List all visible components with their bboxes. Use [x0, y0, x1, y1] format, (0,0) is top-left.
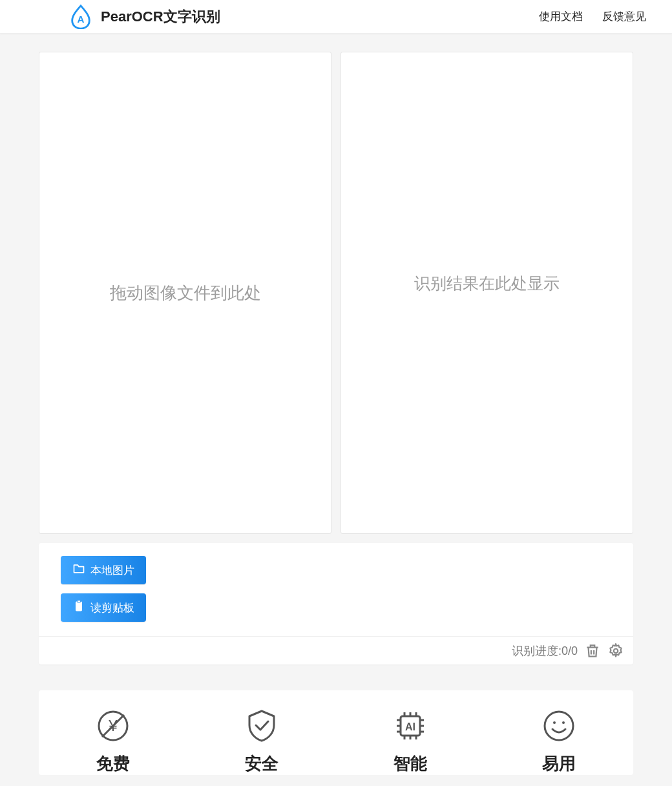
local-image-button[interactable]: 本地图片: [61, 556, 146, 584]
feature-free: ¥ 免费: [39, 708, 187, 775]
logo-icon: A: [70, 5, 92, 29]
logo-wrap: A PearOCR文字识别: [70, 5, 220, 29]
feature-smart: AI 智能: [336, 708, 485, 775]
read-clipboard-button[interactable]: 读剪贴板: [61, 593, 146, 622]
actions-top: 本地图片 读剪贴板: [39, 543, 633, 636]
ai-icon: AI: [393, 708, 428, 743]
actions-bottom: 识别进度:0/0: [39, 636, 633, 664]
svg-text:A: A: [78, 13, 85, 24]
gear-icon[interactable]: [607, 643, 624, 659]
drop-placeholder: 拖动图像文件到此处: [110, 282, 261, 304]
result-placeholder: 识别结果在此处显示: [414, 273, 560, 294]
folder-icon: [72, 562, 85, 579]
svg-text:AI: AI: [405, 721, 415, 732]
svg-rect-2: [78, 600, 81, 602]
nav-feedback[interactable]: 反馈意见: [602, 9, 646, 24]
feature-safe-title: 安全: [245, 752, 278, 775]
features-card: ¥ 免费 安全 AI: [39, 690, 633, 775]
svg-rect-1: [76, 601, 82, 611]
svg-point-21: [545, 712, 573, 740]
clipboard-icon: [72, 600, 85, 616]
header-nav: 使用文档 反馈意见: [539, 9, 646, 24]
app-title: PearOCR文字识别: [101, 7, 220, 27]
progress-text: 识别进度:0/0: [512, 643, 578, 659]
header: A PearOCR文字识别 使用文档 反馈意见: [0, 0, 672, 34]
svg-point-23: [562, 721, 565, 724]
svg-point-22: [553, 721, 556, 724]
drop-panel[interactable]: 拖动图像文件到此处: [39, 52, 331, 534]
panels: 拖动图像文件到此处 识别结果在此处显示: [39, 52, 633, 534]
feature-easy-title: 易用: [542, 752, 576, 775]
free-icon: ¥: [96, 708, 131, 743]
main-container: 拖动图像文件到此处 识别结果在此处显示 本地图片 读剪贴板 识别进度:0/0: [0, 34, 672, 775]
result-panel: 识别结果在此处显示: [341, 52, 633, 534]
actions-card: 本地图片 读剪贴板 识别进度:0/0: [39, 543, 633, 664]
trash-icon[interactable]: [584, 643, 601, 659]
smile-icon: [541, 708, 576, 743]
svg-point-3: [614, 648, 618, 653]
feature-safe: 安全: [187, 708, 336, 775]
feature-free-title: 免费: [96, 752, 130, 775]
shield-icon: [244, 708, 279, 743]
local-image-label: 本地图片: [90, 563, 134, 578]
read-clipboard-label: 读剪贴板: [90, 600, 134, 615]
feature-easy: 易用: [485, 708, 633, 775]
nav-docs[interactable]: 使用文档: [539, 9, 583, 24]
feature-smart-title: 智能: [394, 752, 427, 775]
